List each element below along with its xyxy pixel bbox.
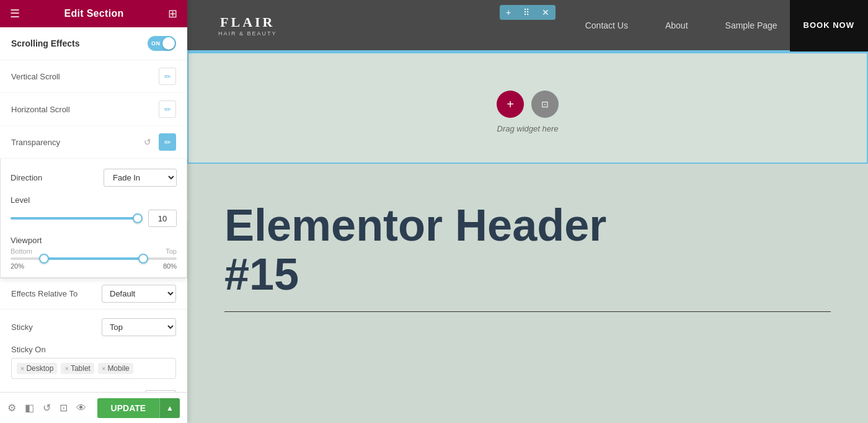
viewport-left-value: 20% bbox=[11, 262, 24, 270]
transparency-dropdown-panel: Direction Fade In Fade Out Level Viewpor… bbox=[0, 159, 187, 278]
level-input[interactable] bbox=[148, 210, 177, 227]
main-heading: Elementor Header #15 bbox=[224, 201, 831, 299]
heading-line2: #15 bbox=[224, 250, 831, 299]
transparency-row: Transparency ↺ ✏ bbox=[0, 126, 187, 159]
horizontal-scroll-edit-btn[interactable]: ✏ bbox=[159, 100, 176, 118]
scrolling-effects-label: Scrolling Effects bbox=[11, 38, 79, 48]
vertical-scroll-row: Vertical Scroll ✏ bbox=[0, 60, 187, 93]
sticky-row: Sticky None Top Bottom bbox=[0, 309, 187, 342]
hamburger-icon[interactable]: ☰ bbox=[10, 7, 20, 20]
viewport-fill bbox=[44, 257, 144, 260]
viewport-right-value: 80% bbox=[163, 262, 177, 270]
sticky-on-section: Sticky On × Desktop × Tablet × Mobile bbox=[0, 342, 187, 385]
nav-link-sample[interactable]: Sample Page bbox=[725, 20, 777, 30]
nav-add-button[interactable]: + bbox=[500, 5, 517, 20]
viewport-left-thumb[interactable] bbox=[39, 254, 49, 264]
add-widget-buttons: + ⊡ bbox=[497, 91, 559, 118]
canvas-add-widget-section: + ⊡ Drag widget here bbox=[187, 52, 868, 164]
viewport-bottom-label: Bottom bbox=[11, 247, 32, 255]
effects-relative-row: Effects Relative To Default Viewport Sec… bbox=[0, 278, 187, 309]
heading-underline bbox=[224, 311, 831, 312]
horizontal-scroll-row: Horizontal Scroll ✏ bbox=[0, 93, 187, 126]
logo-flair-text: FLAIR bbox=[220, 14, 275, 30]
nav-drag-button[interactable]: ⠿ bbox=[517, 5, 536, 20]
transparency-actions: ↺ ✏ bbox=[141, 133, 176, 151]
viewport-values: 20% 80% bbox=[11, 262, 177, 270]
effects-relative-label: Effects Relative To bbox=[11, 289, 78, 298]
tag-mobile-remove[interactable]: × bbox=[102, 365, 105, 372]
add-widget-folder-btn[interactable]: ⊡ bbox=[531, 91, 559, 118]
nav-bar: + ⠿ ✕ FLAIR HAIR & BEAUTY Contact Us Abo… bbox=[187, 0, 868, 52]
right-canvas: + ⠿ ✕ FLAIR HAIR & BEAUTY Contact Us Abo… bbox=[187, 0, 868, 423]
update-group: UPDATE ▲ bbox=[97, 398, 180, 418]
nav-toolbar: + ⠿ ✕ bbox=[500, 5, 556, 20]
tag-tablet-remove[interactable]: × bbox=[64, 365, 68, 372]
sticky-label: Sticky bbox=[11, 323, 33, 332]
book-now-button[interactable]: BOOK NOW bbox=[790, 0, 868, 51]
viewport-label: Viewport bbox=[11, 236, 42, 245]
horizontal-scroll-actions: ✏ bbox=[159, 100, 176, 118]
direction-label: Direction bbox=[11, 173, 42, 182]
sticky-on-tags-box: × Desktop × Tablet × Mobile bbox=[11, 358, 176, 379]
history-icon[interactable]: ↺ bbox=[43, 402, 51, 414]
logo-sub-text: HAIR & BEAUTY bbox=[218, 30, 277, 37]
drag-hint: Drag widget here bbox=[497, 124, 559, 133]
heading-line1: Elementor Header bbox=[224, 201, 831, 250]
left-panel: ☰ Edit Section ⊞ Scrolling Effects ON Ve… bbox=[0, 0, 187, 423]
tag-desktop-remove[interactable]: × bbox=[20, 365, 24, 372]
toggle-knob bbox=[162, 37, 175, 50]
viewport-top-label: Top bbox=[166, 247, 177, 255]
sticky-select[interactable]: None Top Bottom bbox=[102, 318, 176, 336]
toggle-on-label: ON bbox=[151, 40, 161, 47]
viewport-right-thumb[interactable] bbox=[138, 254, 148, 264]
vertical-scroll-edit-btn[interactable]: ✏ bbox=[159, 68, 176, 85]
viewport-dual-slider[interactable] bbox=[11, 257, 177, 260]
add-widget-plus-btn[interactable]: + bbox=[497, 91, 524, 118]
level-row bbox=[11, 210, 177, 227]
layers-icon[interactable]: ◧ bbox=[25, 402, 34, 414]
level-slider-thumb[interactable] bbox=[133, 213, 143, 223]
nav-links: Contact Us About Sample Page bbox=[585, 20, 777, 30]
bottom-toolbar: ⚙ ◧ ↺ ⊡ 👁 UPDATE ▲ bbox=[0, 392, 187, 423]
tag-desktop: × Desktop bbox=[17, 363, 57, 374]
viewport-label-row: Viewport bbox=[11, 236, 177, 245]
scrolling-effects-row: Scrolling Effects ON bbox=[0, 27, 187, 60]
nav-logo: FLAIR HAIR & BEAUTY bbox=[218, 14, 277, 37]
transparency-label: Transparency bbox=[11, 138, 60, 147]
preview-icon[interactable]: 👁 bbox=[76, 403, 86, 414]
horizontal-scroll-label: Horizontal Scroll bbox=[11, 105, 70, 114]
update-button[interactable]: UPDATE bbox=[97, 398, 160, 418]
responsive-icon[interactable]: ⊡ bbox=[60, 402, 68, 414]
transparency-reset-icon[interactable]: ↺ bbox=[141, 136, 154, 148]
nav-link-about[interactable]: About bbox=[665, 20, 688, 30]
nav-close-button[interactable]: ✕ bbox=[536, 5, 556, 20]
tag-mobile: × Mobile bbox=[98, 363, 133, 374]
settings-icon[interactable]: ⚙ bbox=[7, 402, 16, 414]
tag-tablet: × Tablet bbox=[61, 363, 94, 374]
toolbar-left-icons: ⚙ ◧ ↺ ⊡ 👁 bbox=[7, 402, 86, 414]
viewport-ends: Bottom Top bbox=[11, 247, 177, 255]
canvas-heading-section: Elementor Header #15 bbox=[187, 164, 868, 423]
transparency-edit-btn[interactable]: ✏ bbox=[159, 133, 176, 151]
apps-icon[interactable]: ⊞ bbox=[168, 7, 177, 20]
panel-header: ☰ Edit Section ⊞ bbox=[0, 0, 187, 27]
level-slider-fill bbox=[11, 217, 142, 220]
scrolling-effects-toggle[interactable]: ON bbox=[148, 36, 176, 51]
effects-relative-select[interactable]: Default Viewport Section bbox=[102, 285, 176, 303]
panel-title: Edit Section bbox=[64, 8, 123, 19]
vertical-scroll-actions: ✏ bbox=[159, 68, 176, 85]
level-slider-track[interactable] bbox=[11, 217, 142, 220]
direction-select[interactable]: Fade In Fade Out bbox=[104, 169, 177, 187]
vertical-scroll-label: Vertical Scroll bbox=[11, 72, 60, 81]
level-label: Level bbox=[11, 195, 177, 205]
tag-mobile-label: Mobile bbox=[107, 364, 129, 373]
direction-row: Direction Fade In Fade Out bbox=[11, 169, 177, 187]
tag-desktop-label: Desktop bbox=[26, 364, 53, 373]
sticky-on-label: Sticky On bbox=[11, 345, 176, 354]
nav-link-contact[interactable]: Contact Us bbox=[585, 20, 628, 30]
tag-tablet-label: Tablet bbox=[71, 364, 91, 373]
update-arrow-button[interactable]: ▲ bbox=[159, 398, 180, 418]
